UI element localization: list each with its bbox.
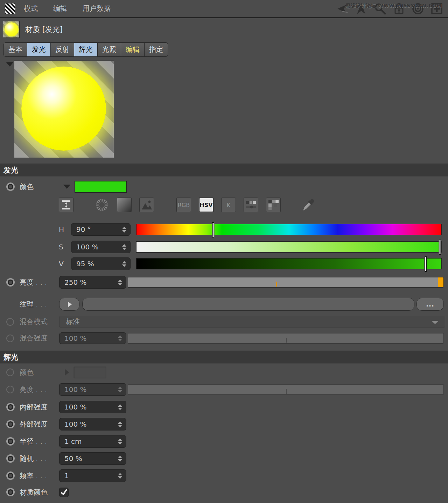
- menu-mode[interactable]: 模式: [24, 4, 38, 13]
- tab-basic[interactable]: 基本: [4, 42, 27, 57]
- up-arrow-icon[interactable]: [355, 3, 368, 15]
- collapse-triangle-icon[interactable]: [6, 62, 13, 67]
- blend-strength-toggle[interactable]: [6, 335, 14, 342]
- frequency-toggle[interactable]: [6, 471, 15, 480]
- value-slider[interactable]: [136, 258, 442, 269]
- hsv-mode-button[interactable]: HSV: [199, 198, 214, 212]
- brightness-handle[interactable]: [438, 277, 443, 287]
- gradient-icon[interactable]: [117, 198, 132, 212]
- k-mode-button[interactable]: K: [221, 198, 236, 212]
- menu-edit[interactable]: 编辑: [53, 4, 67, 13]
- chevron-right-icon[interactable]: [65, 369, 69, 376]
- spinner[interactable]: [122, 223, 127, 235]
- spinner[interactable]: [118, 470, 123, 482]
- inner-strength-input[interactable]: 100 %: [59, 401, 126, 413]
- target-icon[interactable]: [412, 3, 424, 15]
- leader-dots: . . .: [36, 456, 47, 462]
- saturation-input[interactable]: 100 %: [71, 241, 131, 253]
- play-triangle-icon: [68, 302, 72, 307]
- color-wheel-icon[interactable]: [94, 198, 109, 212]
- spinner[interactable]: [118, 435, 123, 447]
- tab-glow[interactable]: 辉光: [74, 42, 98, 57]
- brightness-enable-toggle[interactable]: [6, 278, 15, 287]
- image-icon[interactable]: [139, 198, 154, 212]
- spinner[interactable]: [118, 384, 123, 395]
- random-toggle[interactable]: [6, 454, 15, 463]
- spinner[interactable]: [118, 333, 123, 344]
- blend-strength-row: 混合强度 100 %: [0, 332, 448, 344]
- emission-color-swatch[interactable]: [75, 181, 127, 193]
- frequency-input[interactable]: 1: [59, 469, 126, 482]
- material-preview[interactable]: [14, 61, 114, 158]
- search-icon[interactable]: [374, 3, 386, 15]
- texture-browse-button[interactable]: ...: [416, 298, 444, 311]
- spinner[interactable]: [118, 453, 123, 464]
- glow-brightness-toggle[interactable]: [6, 386, 14, 393]
- lock-icon[interactable]: [393, 3, 405, 15]
- material-color-toggle[interactable]: [6, 488, 15, 496]
- texture-path-field[interactable]: [82, 298, 414, 311]
- v-label: V: [59, 260, 71, 268]
- saturation-slider[interactable]: [136, 241, 442, 253]
- back-arrow-icon[interactable]: [336, 3, 349, 15]
- eyedropper-icon[interactable]: [301, 198, 316, 212]
- random-input[interactable]: 50 %: [59, 452, 126, 465]
- spinner[interactable]: [122, 258, 127, 270]
- brightness-tick: [276, 282, 277, 287]
- emission-color-enable-toggle[interactable]: [6, 182, 15, 191]
- saturation-row: S 100 %: [0, 241, 448, 253]
- brightness-slider[interactable]: [128, 277, 444, 288]
- swatches-icon[interactable]: [266, 198, 281, 212]
- leader-dots: . . .: [36, 280, 47, 286]
- leader-dots: . . .: [36, 474, 47, 479]
- radius-input[interactable]: 1 cm: [59, 435, 126, 448]
- glow-color-swatch[interactable]: [74, 367, 106, 378]
- row-label: 半径: [20, 437, 34, 446]
- check-icon: [61, 489, 68, 496]
- rgb-mode-button[interactable]: RGB: [176, 198, 191, 212]
- tab-illumination[interactable]: 光照: [98, 42, 121, 57]
- hue-slider[interactable]: [136, 224, 442, 235]
- mixer-icon[interactable]: [244, 198, 258, 212]
- blend-mode-toggle[interactable]: [6, 318, 14, 326]
- brightness-input[interactable]: 250 %: [59, 276, 126, 289]
- add-icon[interactable]: [430, 3, 443, 15]
- chevron-down-icon[interactable]: [63, 185, 70, 189]
- val-marker[interactable]: [424, 256, 427, 272]
- menu-bar: 模式 编辑 用户数据 思缘设计论坛 WWW.MISSYUAN.COM: [0, 0, 448, 18]
- spinner[interactable]: [118, 276, 123, 288]
- blend-strength-slider: [128, 333, 444, 344]
- row-label: 颜色: [20, 368, 34, 377]
- glow-color-row: 颜色: [0, 366, 448, 379]
- sat-marker[interactable]: [439, 240, 441, 255]
- compact-mode-icon[interactable]: [59, 198, 74, 212]
- menu-user-data[interactable]: 用户数据: [83, 4, 111, 13]
- s-label: S: [59, 243, 71, 251]
- spinner[interactable]: [118, 418, 123, 430]
- outer-strength-input[interactable]: 100 %: [59, 418, 126, 430]
- spinner[interactable]: [122, 241, 127, 253]
- glow-brightness-input[interactable]: 100 %: [59, 383, 126, 396]
- material-color-checkbox[interactable]: [59, 488, 69, 497]
- outer-strength-toggle[interactable]: [6, 420, 15, 428]
- inner-strength-toggle[interactable]: [6, 403, 15, 411]
- value-input[interactable]: 95 %: [71, 257, 131, 270]
- tab-reflection[interactable]: 反射: [51, 42, 74, 57]
- blend-mode-select[interactable]: 标准: [59, 316, 445, 328]
- emission-section-header: 发光: [0, 164, 448, 177]
- menu-grid-icon[interactable]: [5, 4, 15, 14]
- radius-toggle[interactable]: [6, 437, 15, 446]
- glow-section-header: 辉光: [0, 351, 448, 364]
- hue-row: H 90 °: [0, 223, 448, 236]
- texture-expand-button[interactable]: [59, 298, 79, 311]
- emission-brightness-row: 亮度 . . . 250 %: [0, 276, 448, 289]
- hue-input[interactable]: 90 °: [71, 223, 131, 236]
- spinner[interactable]: [118, 401, 123, 413]
- tab-edit[interactable]: 编辑: [121, 42, 145, 57]
- tab-assign[interactable]: 指定: [145, 42, 168, 57]
- tab-emission[interactable]: 发光: [27, 42, 51, 57]
- glow-color-toggle[interactable]: [6, 368, 14, 376]
- hue-marker[interactable]: [212, 222, 215, 237]
- blend-strength-input[interactable]: 100 %: [59, 332, 126, 344]
- material-preview-thumb: [3, 21, 20, 38]
